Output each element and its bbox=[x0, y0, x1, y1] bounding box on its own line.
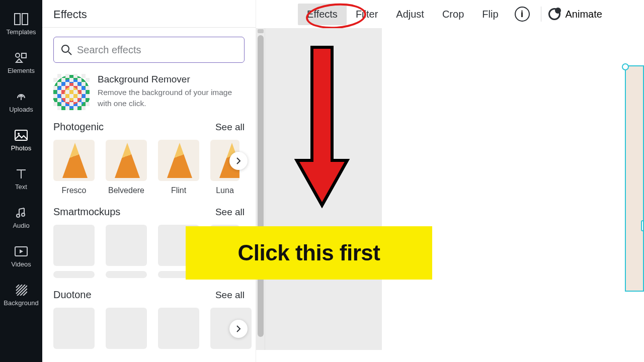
uploads-icon bbox=[14, 89, 28, 104]
search-input[interactable] bbox=[77, 44, 237, 56]
section-title: Smartmockups bbox=[53, 206, 120, 218]
animate-icon bbox=[548, 8, 560, 20]
canvas-gray-area bbox=[265, 28, 382, 350]
effect-caption: Luna bbox=[216, 186, 234, 195]
photos-icon bbox=[14, 128, 28, 142]
carousel-next-button[interactable] bbox=[229, 152, 248, 170]
effect-card-loading bbox=[53, 308, 95, 349]
effect-card-loading bbox=[53, 225, 95, 278]
rail-templates[interactable]: Templates bbox=[0, 7, 42, 43]
effect-card-fresco[interactable]: Fresco bbox=[53, 140, 95, 195]
effect-card-loading bbox=[106, 308, 147, 349]
rail-label: Uploads bbox=[9, 106, 33, 113]
rail-label: Templates bbox=[6, 28, 36, 36]
effect-thumb bbox=[53, 140, 95, 181]
svg-rect-4 bbox=[15, 130, 27, 140]
audio-icon bbox=[14, 206, 28, 220]
rail-photos[interactable]: Photos bbox=[0, 123, 42, 159]
effect-caption: Belvedere bbox=[108, 186, 144, 195]
carousel-next-button[interactable] bbox=[229, 320, 248, 338]
svg-rect-3 bbox=[22, 53, 26, 58]
svg-rect-0 bbox=[15, 14, 20, 25]
bg-remover-thumb bbox=[53, 74, 90, 110]
panel-scrollbar[interactable] bbox=[256, 28, 265, 350]
toolbar-crop[interactable]: Crop bbox=[433, 4, 473, 25]
rail-label: Videos bbox=[11, 260, 31, 268]
effect-thumb bbox=[158, 140, 199, 181]
canvas-stage: Effects Filter Adjust Crop Flip i Animat… bbox=[256, 0, 644, 362]
bg-remover-desc: Remove the background of your image with… bbox=[98, 87, 238, 109]
rail-text[interactable]: Text bbox=[0, 162, 42, 198]
effect-caption: Flint bbox=[171, 186, 186, 195]
rail-elements[interactable]: Elements bbox=[0, 46, 42, 81]
effects-panel: Effects Background Remover Remove the ba… bbox=[42, 0, 256, 362]
rail-label: Photos bbox=[11, 144, 31, 152]
bg-remover-title: Background Remover bbox=[98, 74, 238, 85]
effect-caption: Fresco bbox=[62, 186, 87, 195]
panel-body: Background Remover Remove the background… bbox=[42, 28, 256, 349]
templates-icon bbox=[14, 12, 28, 26]
rail-background[interactable]: Background bbox=[0, 278, 42, 314]
photogenic-row: Fresco Belvedere Flint Luna bbox=[53, 140, 245, 195]
svg-point-7 bbox=[22, 213, 25, 216]
svg-point-9 bbox=[62, 45, 69, 52]
image-toolbar: Effects Filter Adjust Crop Flip i Animat… bbox=[256, 0, 644, 28]
duotone-row bbox=[53, 308, 245, 349]
section-title: Photogenic bbox=[53, 121, 104, 133]
background-icon bbox=[14, 283, 28, 297]
bg-remover-text: Background Remover Remove the background… bbox=[98, 74, 238, 110]
section-title: Duotone bbox=[53, 289, 92, 301]
effect-card-loading bbox=[158, 308, 199, 349]
rail-label: Audio bbox=[13, 222, 29, 229]
selected-image[interactable] bbox=[625, 65, 644, 292]
toolbar-adjust[interactable]: Adjust bbox=[387, 4, 433, 25]
text-icon bbox=[14, 167, 28, 181]
info-icon[interactable]: i bbox=[515, 7, 530, 22]
toolbar-effects[interactable]: Effects bbox=[298, 4, 347, 25]
search-input-wrap[interactable] bbox=[53, 37, 245, 63]
toolbar-effects-wrap: Effects bbox=[298, 4, 347, 25]
rail-label: Background bbox=[4, 299, 38, 307]
effect-card-belvedere[interactable]: Belvedere bbox=[106, 140, 147, 195]
rail-uploads[interactable]: Uploads bbox=[0, 84, 42, 120]
scrollbar-thumb[interactable] bbox=[258, 35, 264, 337]
toolbar-animate[interactable]: Animate bbox=[548, 8, 602, 20]
elements-icon bbox=[14, 51, 28, 65]
toolbar-filter[interactable]: Filter bbox=[347, 4, 387, 25]
search-icon bbox=[61, 44, 72, 55]
see-all-link[interactable]: See all bbox=[215, 207, 245, 218]
see-all-link[interactable]: See all bbox=[215, 290, 245, 301]
section-photogenic: Photogenic See all Fresco Belvedere Flin… bbox=[53, 121, 245, 195]
videos-icon bbox=[14, 244, 28, 258]
selection-handle[interactable] bbox=[622, 63, 629, 70]
chevron-right-icon bbox=[235, 157, 242, 164]
section-duotone: Duotone See all bbox=[53, 289, 245, 349]
svg-point-2 bbox=[16, 53, 20, 57]
effect-thumb bbox=[106, 140, 147, 181]
toolbar-separator bbox=[541, 7, 541, 22]
see-all-link[interactable]: See all bbox=[215, 122, 245, 133]
left-rail: Templates Elements Uploads Photos Text A… bbox=[0, 0, 42, 362]
rail-audio[interactable]: Audio bbox=[0, 201, 42, 236]
svg-point-6 bbox=[17, 214, 20, 217]
rail-label: Text bbox=[15, 183, 27, 191]
toolbar-flip[interactable]: Flip bbox=[473, 4, 507, 25]
svg-point-5 bbox=[18, 133, 20, 135]
annotation-callout: Click this first bbox=[186, 226, 432, 280]
panel-title: Effects bbox=[42, 0, 256, 28]
bg-remover-card[interactable]: Background Remover Remove the background… bbox=[53, 74, 245, 110]
selection-side-handle[interactable] bbox=[641, 220, 644, 231]
rail-videos[interactable]: Videos bbox=[0, 239, 42, 275]
effect-card-flint[interactable]: Flint bbox=[158, 140, 199, 195]
rail-label: Elements bbox=[8, 67, 35, 74]
animate-label: Animate bbox=[566, 9, 602, 20]
effect-card-loading bbox=[106, 225, 147, 278]
svg-rect-1 bbox=[22, 14, 28, 25]
chevron-right-icon bbox=[235, 325, 242, 332]
